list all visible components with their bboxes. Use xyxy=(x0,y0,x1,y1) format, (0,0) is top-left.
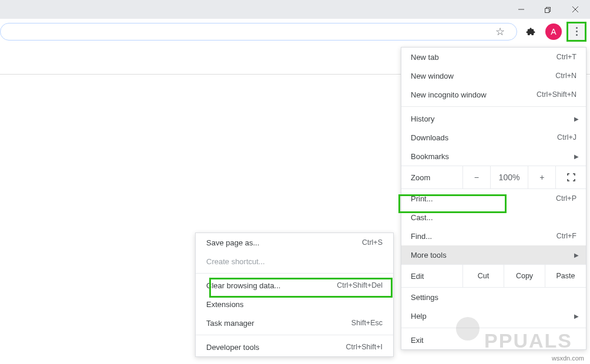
menu-downloads[interactable]: Downloads Ctrl+J xyxy=(401,128,586,147)
menu-shortcut: Ctrl+Shift+I xyxy=(346,343,383,351)
menu-edit-row: Edit Cut Copy Paste xyxy=(401,264,586,288)
zoom-label: Zoom xyxy=(401,173,462,182)
edit-label: Edit xyxy=(401,272,462,281)
submenu-developer-tools[interactable]: Developer tools Ctrl+Shift+I xyxy=(196,338,393,356)
menu-shortcut: Ctrl+T xyxy=(557,53,576,61)
extensions-icon[interactable] xyxy=(521,26,541,37)
menu-divider xyxy=(196,273,393,274)
minimize-button[interactable] xyxy=(508,0,535,19)
browser-toolbar: ☆ A xyxy=(0,19,590,45)
menu-find[interactable]: Find... Ctrl+F xyxy=(401,227,586,245)
menu-label: History xyxy=(411,114,576,123)
edit-copy-button[interactable]: Copy xyxy=(504,265,545,287)
more-vertical-icon xyxy=(576,27,578,36)
submenu-create-shortcut[interactable]: Create shortcut... xyxy=(196,252,393,271)
zoom-value: 100% xyxy=(490,166,528,188)
menu-new-window[interactable]: New window Ctrl+N xyxy=(401,66,586,85)
bookmark-star-icon[interactable]: ☆ xyxy=(495,25,508,38)
address-bar[interactable]: ☆ xyxy=(0,23,517,41)
menu-label: Cast... xyxy=(411,213,576,222)
close-button[interactable] xyxy=(562,0,589,19)
menu-label: Create shortcut... xyxy=(206,257,383,266)
menu-label: Task manager xyxy=(206,319,351,328)
menu-shortcut: Ctrl+P xyxy=(556,194,576,203)
menu-label: Developer tools xyxy=(206,343,346,352)
menu-label: More tools xyxy=(411,251,576,259)
edit-paste-button[interactable]: Paste xyxy=(545,265,586,287)
menu-print[interactable]: Print... Ctrl+P xyxy=(401,189,586,208)
zoom-in-button[interactable]: + xyxy=(528,166,555,188)
menu-label: Clear browsing data... xyxy=(206,281,337,290)
menu-label: Print... xyxy=(411,194,556,203)
chevron-right-icon: ▶ xyxy=(574,313,579,319)
menu-label: Find... xyxy=(411,232,557,241)
more-tools-submenu: Save page as... Ctrl+S Create shortcut..… xyxy=(195,232,394,357)
menu-shortcut: Ctrl+F xyxy=(557,232,576,240)
submenu-save-page-as[interactable]: Save page as... Ctrl+S xyxy=(196,233,393,252)
menu-label: New tab xyxy=(411,53,557,62)
menu-settings[interactable]: Settings xyxy=(401,288,586,306)
zoom-out-button[interactable]: − xyxy=(462,166,490,188)
menu-shortcut: Ctrl+N xyxy=(555,72,576,80)
window-titlebar xyxy=(0,0,590,19)
menu-label: Downloads xyxy=(411,133,557,142)
submenu-task-manager[interactable]: Task manager Shift+Esc xyxy=(196,314,393,332)
menu-label: Help xyxy=(411,312,576,321)
menu-shortcut: Shift+Esc xyxy=(351,319,383,327)
chevron-right-icon: ▶ xyxy=(574,153,579,160)
submenu-extensions[interactable]: Extensions xyxy=(196,295,393,314)
edit-cut-button[interactable]: Cut xyxy=(462,265,504,287)
menu-shortcut: Ctrl+S xyxy=(362,238,383,247)
source-watermark: wsxdn.com xyxy=(552,355,584,362)
chevron-right-icon: ▶ xyxy=(574,252,579,258)
menu-more-tools[interactable]: More tools ▶ xyxy=(401,245,586,264)
brand-mascot-icon xyxy=(456,317,480,341)
avatar-letter: A xyxy=(551,27,556,36)
submenu-clear-browsing-data[interactable]: Clear browsing data... Ctrl+Shift+Del xyxy=(196,276,393,295)
profile-avatar[interactable]: A xyxy=(545,23,562,40)
fullscreen-button[interactable] xyxy=(555,166,586,188)
menu-shortcut: Ctrl+Shift+Del xyxy=(337,281,383,289)
restore-button[interactable] xyxy=(535,0,562,19)
menu-divider xyxy=(401,106,586,107)
menu-zoom-row: Zoom − 100% + xyxy=(401,166,586,189)
chrome-menu-button[interactable] xyxy=(566,22,586,42)
chevron-right-icon: ▶ xyxy=(574,116,579,122)
menu-shortcut: Ctrl+J xyxy=(557,133,576,141)
menu-divider xyxy=(401,328,586,328)
menu-bookmarks[interactable]: Bookmarks ▶ xyxy=(401,147,586,166)
svg-rect-2 xyxy=(545,9,549,13)
menu-label: Bookmarks xyxy=(411,152,576,161)
menu-help[interactable]: Help ▶ xyxy=(401,306,586,325)
menu-label: Extensions xyxy=(206,300,383,309)
menu-shortcut: Ctrl+Shift+N xyxy=(537,90,576,99)
menu-new-incognito[interactable]: New incognito window Ctrl+Shift+N xyxy=(401,85,586,104)
menu-divider xyxy=(196,335,393,335)
chrome-main-menu: New tab Ctrl+T New window Ctrl+N New inc… xyxy=(401,47,586,350)
menu-new-tab[interactable]: New tab Ctrl+T xyxy=(401,48,586,66)
menu-label: New incognito window xyxy=(411,90,537,99)
menu-label: New window xyxy=(411,72,555,80)
menu-label: Save page as... xyxy=(206,238,362,247)
menu-history[interactable]: History ▶ xyxy=(401,109,586,128)
brand-watermark: PPUALS xyxy=(484,329,572,352)
menu-cast[interactable]: Cast... xyxy=(401,208,586,227)
menu-label: Settings xyxy=(411,293,576,302)
